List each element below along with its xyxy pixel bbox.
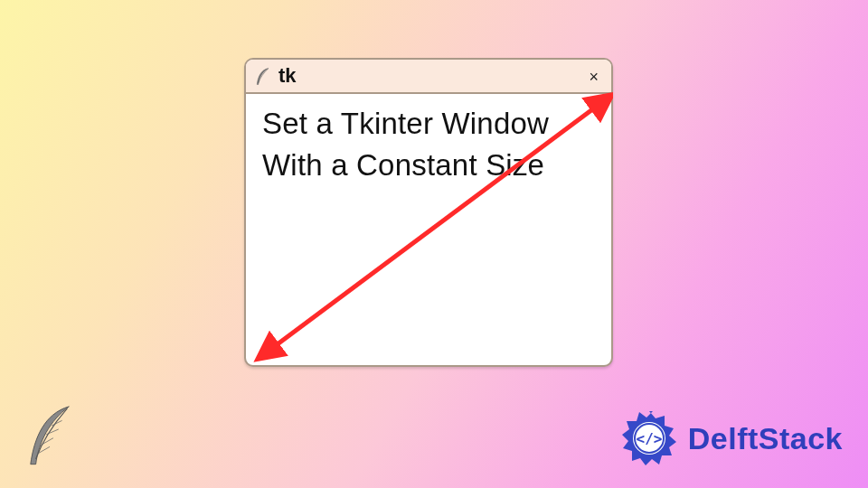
brand-logo-icon: </> bbox=[619, 408, 679, 468]
brand-name: DelftStack bbox=[688, 421, 843, 456]
window-title: tk bbox=[278, 64, 297, 88]
tk-window: tk × Set a Tkinter Window With a Constan… bbox=[244, 58, 613, 367]
brand: </> DelftStack bbox=[619, 408, 843, 468]
titlebar[interactable]: tk × bbox=[246, 60, 611, 94]
feather-icon bbox=[255, 67, 271, 85]
body-text: Set a Tkinter Window With a Constant Siz… bbox=[262, 103, 595, 186]
window-body: Set a Tkinter Window With a Constant Siz… bbox=[246, 94, 611, 195]
svg-text:</>: </> bbox=[636, 430, 662, 447]
close-icon[interactable]: × bbox=[589, 69, 599, 85]
decorative-feather-icon bbox=[25, 403, 78, 468]
